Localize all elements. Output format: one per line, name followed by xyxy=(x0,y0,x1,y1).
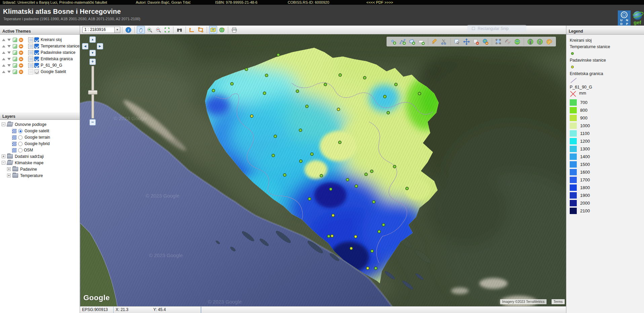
station-dot xyxy=(296,90,299,93)
terms-link[interactable]: Terms xyxy=(552,299,565,304)
collapse-icon[interactable]: − xyxy=(2,161,5,165)
zoom-out-button[interactable] xyxy=(154,26,162,34)
move-feature-button[interactable] xyxy=(462,37,471,46)
move-up-icon[interactable] xyxy=(2,45,5,47)
pdf-link[interactable]: <<<< PDF >>>> xyxy=(366,0,393,5)
layer-properties-icon[interactable] xyxy=(28,44,33,49)
tree-node-temperature[interactable]: + Temperature xyxy=(0,173,80,179)
tree-node-osm[interactable]: OSM xyxy=(0,147,80,153)
move-up-icon[interactable] xyxy=(2,39,5,41)
column-gauge-2-button[interactable] xyxy=(535,37,544,46)
move-down-icon[interactable] xyxy=(7,71,11,73)
scale-combobox[interactable]: 1 : 2183916 ▼ xyxy=(82,27,120,33)
zoom-slider-handle[interactable] xyxy=(88,90,97,95)
pan-down-button[interactable]: ▼ xyxy=(89,50,96,56)
tree-node-padavine[interactable]: + Padavine xyxy=(0,166,80,173)
edit-feature-button[interactable] xyxy=(430,37,439,46)
layer-properties-icon[interactable] xyxy=(28,50,33,55)
transform-feature-button[interactable] xyxy=(494,37,503,46)
collapse-icon[interactable]: − xyxy=(2,123,5,126)
zoom-in-button[interactable] xyxy=(146,26,154,34)
remove-layer-icon[interactable] xyxy=(19,57,23,61)
base-layer-radio[interactable] xyxy=(18,129,23,133)
move-down-icon[interactable] xyxy=(7,39,11,41)
search-button[interactable] xyxy=(175,26,184,34)
base-layer-radio[interactable] xyxy=(18,135,23,140)
column-gauge-button[interactable] xyxy=(526,37,535,46)
map-canvas[interactable]: © 2023 Google© 2023 Google© 2023 Google©… xyxy=(80,34,566,306)
measure-area-button[interactable] xyxy=(197,26,205,34)
layer-style-icon[interactable] xyxy=(13,38,17,42)
scale-value[interactable]: 1 : 2183916 xyxy=(82,27,114,33)
theme-row-padavinske-stanice[interactable]: Padavinske stanice xyxy=(0,49,80,56)
layer-checkbox[interactable] xyxy=(34,57,39,61)
base-layer-radio[interactable] xyxy=(18,148,23,152)
layer-properties-icon[interactable] xyxy=(28,37,33,42)
unsnap-button[interactable] xyxy=(504,37,512,46)
globe-button[interactable] xyxy=(218,26,226,34)
theme-row-kreirani-sloj[interactable]: Kreirani sloj xyxy=(0,37,80,43)
split-feature-button[interactable] xyxy=(440,37,448,46)
remove-layer-icon[interactable] xyxy=(19,44,23,48)
layer-style-icon[interactable] xyxy=(13,70,17,74)
layer-style-icon[interactable] xyxy=(13,44,17,48)
layer-checkbox[interactable] xyxy=(34,44,39,48)
info-button[interactable]: i xyxy=(124,26,132,34)
layer-properties-icon[interactable] xyxy=(28,63,33,68)
zoom-extent-button[interactable] xyxy=(163,26,171,34)
remove-layer-icon[interactable] xyxy=(19,63,23,68)
overview-map-button[interactable] xyxy=(209,26,217,34)
move-down-icon[interactable] xyxy=(7,51,11,54)
move-down-icon[interactable] xyxy=(7,64,11,67)
base-layer-radio[interactable] xyxy=(18,142,23,146)
pan-button[interactable] xyxy=(137,26,145,34)
remove-layer-icon[interactable] xyxy=(19,50,23,55)
layer-label: Entitetska granica xyxy=(41,57,73,61)
tree-node-osnovne-podloge[interactable]: − Osnovne podloge xyxy=(0,121,80,128)
move-up-icon[interactable] xyxy=(2,51,5,54)
expand-icon[interactable]: + xyxy=(2,154,5,158)
remove-layer-icon[interactable] xyxy=(19,38,23,42)
expand-icon[interactable]: + xyxy=(7,174,11,177)
move-down-icon[interactable] xyxy=(7,58,11,60)
tree-node-google-terrain[interactable]: Google terrain xyxy=(0,134,80,141)
layer-style-icon[interactable] xyxy=(13,50,17,55)
measure-length-button[interactable] xyxy=(188,26,196,34)
add-rectangle-button[interactable] xyxy=(417,37,426,46)
style-palette-button[interactable] xyxy=(545,37,554,46)
layer-style-icon[interactable] xyxy=(13,57,17,61)
select-feature-button[interactable] xyxy=(453,37,461,46)
move-up-icon[interactable] xyxy=(2,64,5,67)
remove-layer-icon[interactable] xyxy=(19,70,23,74)
tree-node-google-satelit[interactable]: Google satelit xyxy=(0,128,80,134)
pan-up-button[interactable]: ▲ xyxy=(89,36,96,43)
layer-style-icon[interactable] xyxy=(13,63,17,68)
globe-green-button[interactable] xyxy=(513,37,522,46)
layer-checkbox[interactable] xyxy=(34,63,39,68)
tree-node-dodatni-sadrzaji[interactable]: + Dodatni sadržaji xyxy=(0,153,80,160)
theme-row-google-satelit[interactable]: Google Satelit xyxy=(0,69,80,75)
print-button[interactable] xyxy=(230,26,238,34)
add-point-button[interactable] xyxy=(389,37,398,46)
theme-row-entitetska-granica[interactable]: Entitetska granica xyxy=(0,56,80,62)
chevron-down-icon[interactable]: ▼ xyxy=(114,27,120,33)
layer-checkbox[interactable] xyxy=(34,37,39,42)
tree-node-klimatske-mape[interactable]: − Klimatske mape xyxy=(0,160,80,166)
zoom-in-step-button[interactable]: + xyxy=(89,59,96,65)
layer-properties-icon[interactable] xyxy=(28,57,33,62)
theme-row-p-61-90-g[interactable]: P_61_90_G xyxy=(0,62,80,69)
delete-feature-button[interactable] xyxy=(472,37,480,46)
add-polygon-button[interactable] xyxy=(408,37,416,46)
move-down-icon[interactable] xyxy=(7,45,11,47)
layer-checkbox[interactable] xyxy=(34,50,39,55)
pan-right-button[interactable]: ▶ xyxy=(97,43,103,49)
zoom-out-step-button[interactable]: − xyxy=(89,119,96,126)
pan-left-button[interactable]: ◀ xyxy=(82,43,88,49)
move-up-icon[interactable] xyxy=(2,58,5,60)
add-line-button[interactable] xyxy=(398,37,407,46)
theme-row-temperaturne-stanice[interactable]: Temperaturne stanice xyxy=(0,43,80,49)
tree-node-google-hybrid[interactable]: Google hybrid xyxy=(0,141,80,147)
expand-icon[interactable]: + xyxy=(7,167,11,171)
move-up-icon[interactable] xyxy=(2,71,5,73)
remove-globe-button[interactable] xyxy=(481,37,490,46)
